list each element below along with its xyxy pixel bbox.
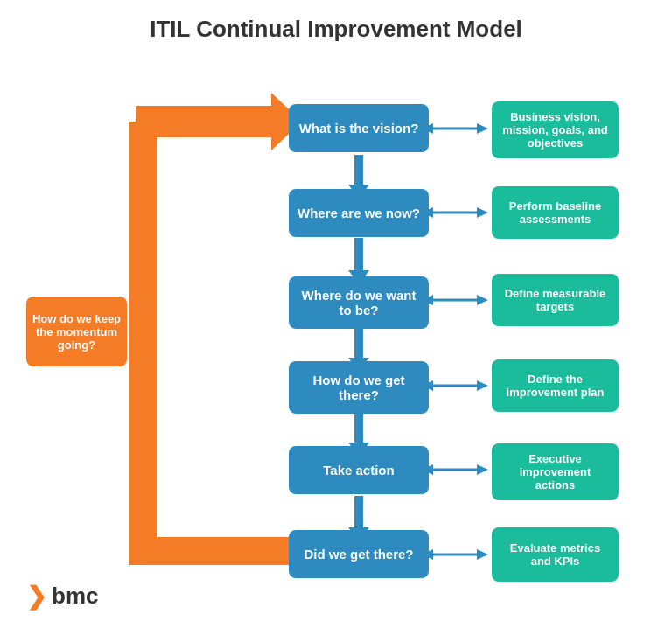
connector-6-right [477,549,488,560]
main-title: ITIL Continual Improvement Model [0,0,672,52]
arrow-bottom-horizontal [130,537,313,565]
arrow-right-top [136,93,302,150]
step-action: Take action [289,446,429,494]
bmc-chevron-icon: ❯ [26,584,46,609]
momentum-label: How do we keep the momentum going? [32,312,122,352]
side-targets: Define measurable targets [492,274,619,326]
connector-5-right [477,464,488,475]
step-did: Did we get there? [289,530,429,578]
side-metrics: Evaluate metrics and KPIs [492,527,619,582]
side-bvmo: Business vision, mission, goals, and obj… [492,101,619,158]
side-baseline: Perform baseline assessments [492,186,619,239]
step-want: Where do we want to be? [289,276,429,329]
bmc-logo: ❯ bmc [26,583,98,610]
arrow-vertical-bar [130,122,158,550]
connector-4-right [477,380,488,391]
bmc-text: bmc [52,583,98,610]
side-executive: Executive improvement actions [492,443,619,500]
step-now: Where are we now? [289,189,429,237]
step-get: How do we get there? [289,361,429,414]
connector-2-right [477,207,488,218]
connector-3-right [477,295,488,305]
side-plan: Define the improvement plan [492,359,619,412]
connector-1-right [477,123,488,134]
momentum-box: How do we keep the momentum going? [26,297,127,366]
step-vision: What is the vision? [289,104,429,152]
